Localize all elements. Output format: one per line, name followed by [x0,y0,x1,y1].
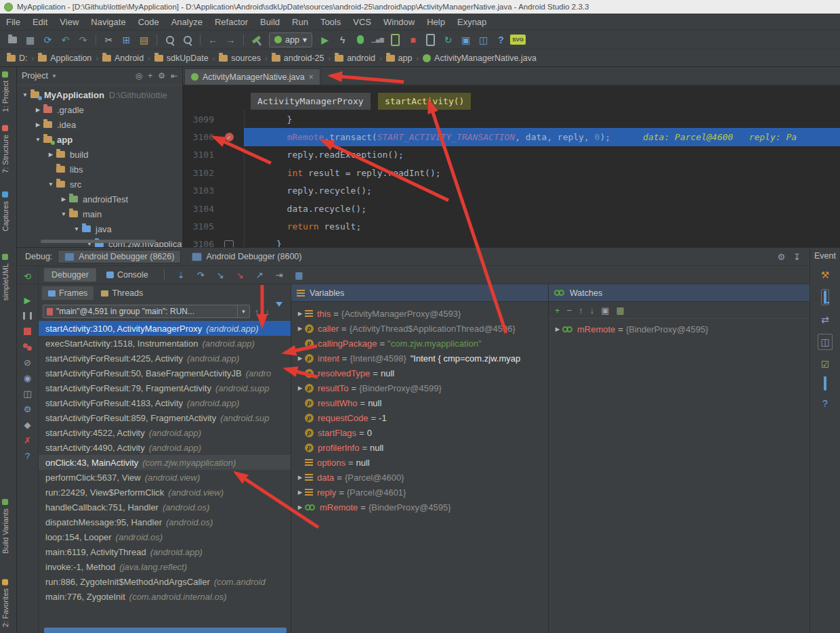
watch-mremote[interactable]: ▶mRemote={BinderProxy@4595} [549,322,810,336]
tool-button-2-favorites[interactable]: 2: Favorites [1,579,9,627]
debug-icon[interactable] [352,32,369,47]
breadcrumb-app[interactable]: app [385,53,414,63]
gradle-sync-icon[interactable]: ↻ [440,32,457,47]
stack-frame-execstartactivity-1518[interactable]: execStartActivity:1518, Instrumentation(… [39,336,291,351]
stack-frame-startactivityforresult-4225[interactable]: startActivityForResult:4225, Activity(an… [39,351,291,366]
expand-arrow[interactable]: ▼ [34,136,42,143]
settings-icon[interactable]: ⚙ [158,71,165,81]
variable-resultwho[interactable]: presultWho=null [291,395,548,410]
step-over-icon[interactable]: ↷ [192,270,209,280]
breadcrumb-android-25[interactable]: android-25 [270,53,326,63]
attach-debugger-icon[interactable] [387,32,404,47]
expand-arrow[interactable]: ▶ [295,325,305,332]
stop-icon[interactable] [22,325,34,337]
variable-data[interactable]: ▶data={Parcel@4600} [291,470,548,485]
expand-arrow[interactable]: ▼ [47,181,55,188]
step-out-icon[interactable]: ↗ [251,270,268,280]
thread-selector[interactable]: "main"@4,591 in group "main": RUN... ▼ [43,305,250,318]
help-icon[interactable]: ? [492,32,509,47]
menu-refactor[interactable]: Refactor [209,14,254,30]
project-tree-item-gradle[interactable]: ▶.gradle [17,102,182,117]
stack-frame-startactivityforresult-859[interactable]: startActivityForResult:859, FragmentActi… [39,410,291,425]
expand-arrow[interactable]: ▶ [295,489,305,496]
back-icon[interactable]: ← [205,32,222,47]
stack-frame-onclick-43[interactable]: onClick:43, MainActivity(com.zjw.myappli… [39,455,291,470]
menu-navigate[interactable]: Navigate [85,14,131,30]
menu-exynap[interactable]: Exynap [451,14,492,30]
stop-icon[interactable]: ■ [404,32,421,47]
expand-arrow[interactable]: ▶ [47,151,55,158]
expand-arrow[interactable]: ▼ [21,91,29,98]
apply-changes-icon[interactable]: ϟ [334,32,351,47]
help-icon[interactable]: ? [822,398,828,409]
view-options-icon[interactable]: ◎ [135,71,142,81]
thread-dump-icon[interactable]: ◉ [22,372,34,384]
expand-arrow[interactable]: ▶ [295,310,305,317]
tab-console[interactable]: Console [99,268,156,282]
breadcrumb-android[interactable]: Android [101,53,145,63]
pause-icon[interactable] [22,309,34,322]
stack-frame-dispatchmessage-95[interactable]: dispatchMessage:95, Handler(android.os) [39,515,291,529]
menu-run[interactable]: Run [286,14,314,30]
project-tree-item-java[interactable]: ▼java [17,221,182,236]
stack-frame-run-886[interactable]: run:886, ZygoteInit$MethodAndArgsCaller(… [39,574,291,589]
project-tree-item-myapplication[interactable]: ▼MyApplicationD:\Github\lottie [17,87,182,102]
capture-window-icon[interactable]: ◫ [818,334,832,350]
variable-mremote[interactable]: ▶mRemote={BinderProxy@4595} [291,500,548,515]
hide-frames-filter-icon[interactable] [276,307,282,317]
diff-icon[interactable]: ⇄ [821,314,829,325]
menu-code[interactable]: Code [132,14,165,30]
variable-profilerinfo[interactable]: pprofilerInfo=null [291,440,548,455]
paste-icon[interactable]: ▤ [135,32,152,47]
close-icon[interactable]: × [309,72,314,82]
replace-icon[interactable] [179,32,196,47]
debug-session-tab-android-debugger-8626[interactable]: Android Debugger (8626) [58,250,181,263]
redo-icon[interactable]: ↷ [75,32,91,47]
expand-arrow[interactable]: ▶ [295,474,305,481]
stack-frame-startactivityforresult-50[interactable]: startActivityForResult:50, BaseFragmentA… [39,366,291,380]
build-tools-icon[interactable]: ⚒ [821,269,830,280]
task-done-icon[interactable]: ☑ [821,359,830,370]
view-breakpoints-icon[interactable] [22,341,34,353]
stack-frame-startactivityforresult-79[interactable]: startActivityForResult:79, FragmentActiv… [39,380,291,395]
stack-frame-performclick-5637[interactable]: performClick:5637, View(android.view) [39,470,291,485]
stack-frame-invoke-1[interactable]: invoke:-1, Method(java.lang.reflect) [39,559,291,574]
chevron-down-icon[interactable]: ▼ [237,305,249,318]
project-tree-item-src[interactable]: ▼src [17,177,182,192]
prev-frame-icon[interactable]: ↑ [255,307,259,317]
breadcrumb-activitymanagernative-java[interactable]: ActivityManagerNative.java [421,53,538,63]
stack-frame-loop-154[interactable]: loop:154, Looper(android.os) [39,529,291,544]
stack-frame-startactivity-4522[interactable]: startActivity:4522, Activity(android.app… [39,425,291,440]
profile-icon[interactable]: ▁▄▆ [369,32,386,47]
expand-arrow[interactable]: ▶ [295,385,305,391]
menu-help[interactable]: Help [421,14,451,30]
move-down-icon[interactable]: ↓ [590,305,595,315]
stack-frame-startactivity-4490[interactable]: startActivity:4490, Activity(android.app… [39,440,291,455]
expand-arrow[interactable]: ▼ [60,211,68,217]
editor-code-area[interactable]: ActivityManagerProxy startActivity() 309… [183,85,840,247]
tab-threads[interactable]: Threads [95,286,149,300]
variable-reply[interactable]: ▶reply={Parcel@4601} [291,485,548,500]
copy-icon[interactable]: ⊞ [118,32,135,47]
stack-frame-startactivityforresult-4183[interactable]: startActivityForResult:4183, Activity(an… [39,395,291,410]
breadcrumb-d[interactable]: D: [5,53,29,63]
stack-frame-main-776[interactable]: main:776, ZygoteInit(com.android.interna… [39,589,291,604]
breadcrumb-android[interactable]: android [333,53,377,63]
mute-breakpoints-icon[interactable]: ⊘ [22,356,34,368]
editor-tab-activitymanagernative[interactable]: ActivityManagerNative.java × [184,68,320,85]
resume-icon[interactable]: ▶ [22,294,34,306]
show-execution-point-icon[interactable]: ⇣ [173,270,190,280]
tab-frames[interactable]: Frames [42,286,93,300]
open-icon[interactable] [4,32,21,47]
menu-tools[interactable]: Tools [314,14,347,30]
close-icon[interactable]: ✗ [22,434,34,446]
run-to-cursor-icon[interactable]: ⇥ [271,270,288,280]
frames-scrollbar[interactable] [44,628,287,633]
stack-frame-run-22429[interactable]: run:22429, View$PerformClick(android.vie… [39,485,291,500]
breadcrumb-application[interactable]: Application [37,53,93,63]
variable-intent[interactable]: ▶pintent={Intent@4598}"Intent { cmp=com.… [291,351,548,366]
project-tree-item-build[interactable]: ▶build [17,147,182,162]
cut-icon[interactable]: ✂ [100,32,117,47]
watch-settings-icon[interactable]: ▦ [616,305,624,315]
breakpoint-icon[interactable]: ✓ [225,133,234,141]
